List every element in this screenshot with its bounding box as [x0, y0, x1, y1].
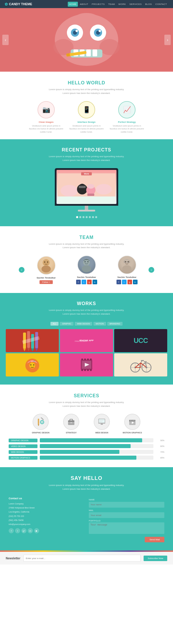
person1-svg: [40, 258, 52, 272]
dot-1[interactable]: [76, 216, 78, 218]
skill-row-2: VIDEO DESIGN 80%: [9, 444, 164, 448]
hero-next-button[interactable]: ›: [164, 35, 171, 45]
skill-bar-wrap-1: [40, 438, 153, 442]
work-item-3[interactable]: UCC: [114, 329, 167, 352]
message-textarea[interactable]: [89, 522, 164, 534]
service-strategy: STRATEGY: [58, 414, 84, 434]
svg-point-58: [30, 364, 31, 365]
feature-strategy: 📈 Perfect Strategy Vestibulum ante ipsum…: [110, 101, 144, 134]
contact-phone2: (562) 456-78456: [9, 519, 84, 522]
filter-all[interactable]: ALL: [50, 322, 59, 326]
svg-point-59: [33, 364, 34, 365]
team-next-button[interactable]: ›: [148, 267, 154, 273]
social-gp-2[interactable]: g: [87, 280, 92, 284]
nav-links: HOME ABOUT PROJECTS TEAM WORK SERVICES B…: [68, 2, 168, 7]
screen-label: Work: [81, 172, 92, 175]
contact-title: SAY HELLO: [9, 475, 164, 481]
work-item-5[interactable]: [60, 353, 113, 376]
dot-6[interactable]: [92, 216, 94, 218]
monitor-stand: [85, 206, 88, 210]
mail-label: MAIL: [89, 509, 164, 511]
email-input[interactable]: [89, 512, 164, 518]
work-item-6[interactable]: [114, 353, 167, 376]
nav-blog[interactable]: BLOG: [144, 2, 153, 7]
skill-bar-wrap-4: [40, 456, 153, 460]
follow-button-1[interactable]: Follow +: [40, 280, 53, 284]
filter-motion[interactable]: MOTION: [93, 322, 106, 326]
team-member-3: Sachin Tendulkar f t g in: [108, 255, 146, 284]
svg-rect-101: [70, 422, 72, 423]
social-tw-2[interactable]: t: [82, 280, 86, 284]
social-gp-3[interactable]: g: [127, 280, 132, 284]
donut-graphic: [23, 355, 42, 374]
member-name-1: Sachin Tendulkar: [27, 276, 65, 279]
skill-name-1: GRAPHIC DESIGN: [9, 439, 37, 442]
skills-section: GRAPHIC DESIGN 90% VIDEO DESIGN 80% WEB …: [9, 438, 164, 460]
hero-prev-button[interactable]: ‹: [2, 35, 9, 45]
social-li-3[interactable]: in: [133, 280, 138, 284]
svg-point-7: [76, 30, 78, 32]
social-row-2: f t g in: [68, 280, 105, 284]
hero-face: [49, 12, 124, 67]
works-subtitle: Lorem ipsum is simply dummy text of the …: [6, 309, 167, 316]
newsletter-input[interactable]: [23, 555, 141, 562]
filter-branding[interactable]: BRANDING: [107, 322, 123, 326]
svg-point-2: [99, 39, 120, 55]
chart-icon: 📈: [118, 101, 136, 118]
nav-about[interactable]: ABOUT: [78, 2, 90, 7]
svg-rect-99: [70, 419, 73, 421]
web-design-icon: [94, 414, 110, 430]
filter-graphic[interactable]: GRAPHIC: [60, 322, 74, 326]
nav-services[interactable]: SERVICES: [128, 2, 143, 7]
dot-3[interactable]: [82, 216, 84, 218]
work-item-1[interactable]: [6, 329, 59, 352]
services-section: SERVICES Lorem ipsum is simply dummy tex…: [0, 385, 173, 467]
skill-bar-2: [40, 444, 131, 448]
social-fb-2[interactable]: f: [76, 280, 81, 284]
person2-svg: [81, 258, 92, 272]
nav-home[interactable]: HOME: [68, 2, 78, 7]
hello-subtitle: Lorem ipsum is simply dummy text of the …: [12, 88, 161, 95]
skill-name-2: VIDEO DESIGN: [9, 444, 37, 448]
contact-tw[interactable]: t: [15, 528, 20, 533]
monitor: Work: [55, 168, 118, 211]
contact-fb[interactable]: f: [9, 528, 14, 533]
dot-4[interactable]: [86, 216, 88, 218]
contact-yt[interactable]: ▶: [34, 528, 39, 533]
monitor-icon: [97, 417, 106, 426]
newsletter-button[interactable]: Subscribe Now: [144, 556, 167, 561]
projects-title: RECENT PROJECTS: [12, 147, 161, 153]
dot-5[interactable]: [89, 216, 91, 218]
dot-2[interactable]: [79, 216, 81, 218]
contact-gp[interactable]: g+: [21, 528, 27, 533]
skill-bar-wrap-3: [40, 450, 153, 454]
name-input[interactable]: [89, 502, 164, 508]
social-li-2[interactable]: in: [93, 280, 97, 284]
nav-work[interactable]: WORK: [117, 2, 127, 7]
svg-point-37: [123, 259, 130, 266]
filter-webdesign[interactable]: WEB DESIGN: [75, 322, 92, 326]
svg-point-31: [44, 261, 45, 263]
briefcase-icon: [67, 417, 76, 426]
work-sublabel-2: FREE DESIGN: [75, 340, 86, 342]
member-name-3: Sachin Tendulkar: [108, 276, 146, 279]
work-item-2[interactable]: IphoNe app FREE DESIGN: [60, 329, 113, 352]
work-item-4[interactable]: [6, 353, 59, 376]
svg-rect-14: [86, 49, 91, 56]
social-fb-3[interactable]: f: [116, 280, 121, 284]
contact-social-row: f t g+ in ▶: [9, 528, 84, 533]
monitor-inner: Work: [57, 170, 116, 204]
team-prev-button[interactable]: ‹: [19, 267, 25, 273]
social-tw-3[interactable]: t: [122, 280, 127, 284]
contact-li[interactable]: in: [28, 528, 33, 533]
newsletter-bar: Newsletter Subscribe Now: [0, 552, 173, 565]
camera-icon: 📷: [37, 101, 55, 118]
send-button[interactable]: Send Mail: [145, 537, 164, 542]
avatar-1: [37, 256, 56, 275]
nav-projects[interactable]: PROJECTS: [90, 2, 106, 7]
dot-7[interactable]: [95, 216, 97, 218]
nav-contact[interactable]: CONTACT: [154, 2, 168, 7]
svg-rect-22: [58, 196, 115, 204]
nav-team[interactable]: TEAM: [107, 2, 116, 7]
team-member-1: Sachin Tendulkar Follow +: [27, 256, 65, 284]
